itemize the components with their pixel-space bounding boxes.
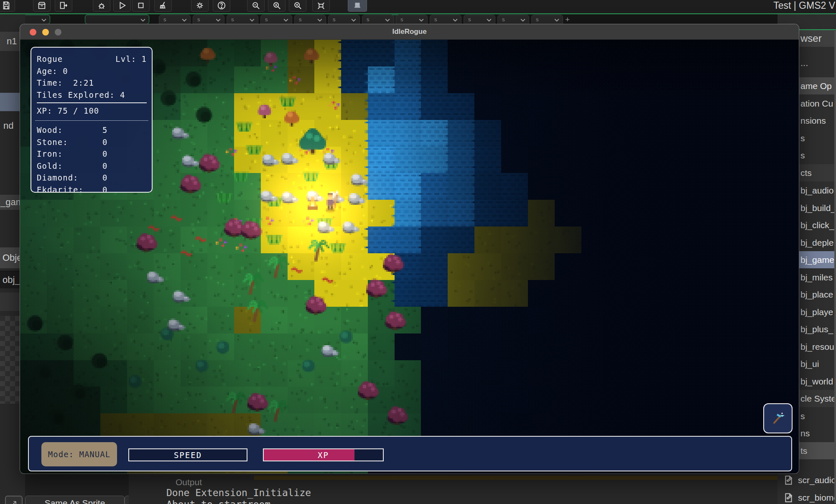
document-tab[interactable]: s [294, 15, 326, 24]
xp-label: XP [264, 449, 383, 461]
document-tab[interactable]: s [396, 15, 428, 24]
game-window: IdleRogue RogueLvl: 1 Age: 0 Time: 2:21 … [20, 24, 799, 473]
asset-item-script[interactable]: scr_audio [777, 471, 836, 489]
resource-row: Gold:0 [31, 160, 152, 172]
mode-button[interactable]: Mode: MANUAL [41, 442, 117, 466]
divider [35, 120, 148, 121]
resource-row: Stone:0 [31, 136, 152, 148]
debug-icon [97, 1, 106, 10]
close-button[interactable] [30, 29, 36, 36]
gear-icon [195, 1, 204, 10]
laptop-icon [353, 1, 362, 10]
document-tab[interactable]: s [362, 15, 394, 24]
document-tab[interactable]: s [328, 15, 360, 24]
collision-mask-button[interactable] [5, 496, 23, 504]
zoom-button[interactable] [55, 29, 61, 36]
export-button[interactable] [55, 0, 72, 12]
tab-output[interactable]: Output [176, 477, 202, 487]
document-tab[interactable]: s [159, 15, 191, 24]
chevron-down-icon [140, 18, 145, 22]
output-panel: Output Done Extension_Initialize About t… [129, 471, 777, 504]
stat-xp: XP: 75 / 100 [31, 105, 152, 117]
chevron-down-icon [487, 18, 492, 22]
speed-label: SPEED [129, 449, 247, 461]
settings-button[interactable] [191, 0, 209, 12]
toolbar-dropdown[interactable] [85, 15, 149, 24]
zoom-fit-button[interactable] [312, 0, 330, 12]
zoom-out-icon [251, 1, 260, 10]
document-tab-strip: + ssssssssssss [0, 14, 836, 24]
asset-item-script[interactable]: scr_biome [777, 489, 836, 504]
document-tab[interactable]: s [497, 15, 529, 24]
chevron-down-icon [41, 18, 46, 22]
character-level: Lvl: 1 [115, 53, 147, 65]
help-icon [217, 1, 226, 10]
target-device-button[interactable] [348, 0, 367, 12]
play-icon [117, 1, 127, 10]
zoom-in-button[interactable] [289, 0, 306, 12]
clean-icon [158, 1, 168, 10]
ide-window-title: Test | GMS2 V [773, 0, 835, 11]
resource-row: Ekdarite:0 [31, 184, 152, 193]
zoom-reset-icon [272, 1, 281, 10]
run-button[interactable] [113, 0, 131, 12]
chevron-down-icon [520, 18, 525, 22]
chevron-down-icon [216, 18, 221, 22]
pickaxe-icon [770, 410, 786, 427]
chevron-down-icon [351, 18, 356, 22]
document-tab[interactable]: s [464, 15, 495, 24]
zoom-in-icon [293, 1, 302, 10]
stat-tiles-explored: Tiles Explored: 4 [31, 89, 152, 101]
window-title: IdleRogue [392, 28, 426, 36]
zoom-reset-button[interactable] [268, 0, 285, 12]
zoom-out-button[interactable] [247, 0, 265, 12]
chevron-down-icon [317, 18, 322, 22]
screen: Test | GMS2 V + ssssssssssss n1 nd _gam … [0, 0, 836, 504]
new-tab-button[interactable]: + [565, 15, 570, 24]
document-tab[interactable]: s [193, 15, 224, 24]
chevron-down-icon [554, 18, 559, 22]
asset-browser-dots: ... [800, 58, 808, 69]
package-icon [37, 1, 46, 10]
chevron-down-icon [453, 18, 458, 22]
chevron-down-icon [182, 18, 187, 22]
document-tab[interactable]: s [430, 15, 461, 24]
output-log-line: About to startroom [166, 499, 270, 504]
stop-button[interactable] [132, 0, 150, 12]
ide-toolbar: Test | GMS2 V [0, 0, 836, 13]
debug-button[interactable] [93, 0, 110, 12]
clean-button[interactable] [154, 0, 172, 12]
scrollbar[interactable] [834, 31, 836, 503]
save-icon [2, 1, 11, 10]
document-tab[interactable]: s [260, 15, 292, 24]
resource-row: Wood:5 [31, 124, 152, 136]
game-bottom-bar: Mode: MANUAL SPEED XP [28, 436, 792, 471]
same-as-sprite-button[interactable]: Same As Sprite [25, 496, 125, 504]
export-icon [59, 1, 68, 10]
stat-time: Time: 2:21 [31, 77, 152, 89]
tool-button[interactable] [763, 403, 793, 433]
package-button[interactable] [33, 0, 51, 12]
xp-bar: XP [263, 448, 384, 461]
divider [37, 102, 147, 103]
stop-icon [136, 1, 145, 10]
help-button[interactable] [213, 0, 230, 12]
speed-bar: SPEED [128, 448, 247, 461]
output-log-line: Done Extension_Initialize [166, 487, 311, 498]
minimize-button[interactable] [42, 29, 49, 36]
chevron-down-icon [250, 18, 255, 22]
zoom-fit-icon [316, 1, 326, 10]
resource-row: Iron:0 [31, 148, 152, 160]
stat-age: Age: 0 [31, 65, 152, 77]
document-tab[interactable]: s [227, 15, 258, 24]
chevron-down-icon [385, 18, 390, 22]
save-button[interactable] [0, 0, 15, 12]
chevron-down-icon [283, 18, 288, 22]
script-icon [783, 492, 794, 503]
document-tab[interactable]: s [531, 15, 563, 24]
window-titlebar[interactable]: IdleRogue [20, 24, 799, 40]
arrow-icon [10, 499, 18, 504]
compile-progress-strip [254, 476, 777, 480]
script-icon [783, 475, 794, 486]
resource-row: Diamond:0 [31, 172, 152, 184]
